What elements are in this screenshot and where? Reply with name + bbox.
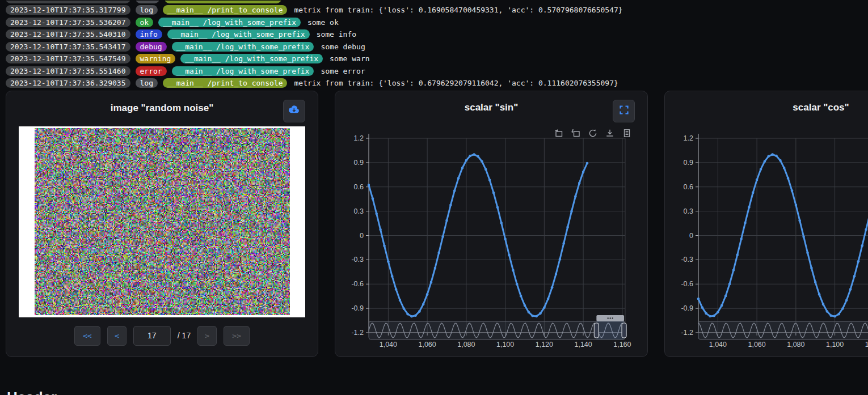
svg-text:0.9: 0.9	[684, 158, 693, 166]
svg-text:1.2: 1.2	[684, 134, 693, 142]
log-logger-badge: __main__ /log_with_some_prefix	[167, 29, 310, 39]
svg-text:1,140: 1,140	[574, 341, 592, 349]
zoom-reset-icon[interactable]	[571, 129, 580, 138]
fullscreen-button[interactable]	[613, 100, 635, 122]
log-message: some warn	[330, 54, 369, 63]
fullscreen-icon	[619, 105, 629, 117]
save-image-icon[interactable]	[605, 129, 614, 138]
log-level-badge: log	[136, 78, 158, 88]
sin-chart-title: scalar "sin"	[335, 91, 647, 124]
log-timestamp: 2023-12-10T17:37:35.317799	[6, 5, 130, 15]
first-page-button[interactable]: <<	[74, 326, 100, 346]
log-logger-badge: __main__ /log_with_some_prefix	[158, 18, 301, 27]
log-logger-badge: __main__ /log_with_some_prefix	[172, 66, 314, 76]
log-message: some debug	[321, 43, 365, 51]
noise-image	[35, 128, 290, 315]
svg-text:0.6: 0.6	[684, 182, 693, 190]
prev-page-button[interactable]: <	[107, 326, 127, 346]
image-frame	[19, 126, 305, 317]
log-timestamp: 2023-12-10T17:37:35.547549	[6, 54, 130, 63]
log-lines: 2023-12-10T17:37:35.317799log__main__ /p…	[6, 5, 868, 88]
svg-text:1,120: 1,120	[536, 341, 553, 349]
log-level-badge: debug	[136, 42, 167, 52]
log-line: 2023-12-10T17:37:35.543417debug__main__ …	[6, 42, 868, 52]
svg-text:0.9: 0.9	[354, 158, 364, 166]
log-message: metrix from train: {'loss': 0.6796292079…	[294, 79, 618, 87]
log-timestamp	[6, 1, 130, 3]
image-card-header: image "random noise"	[6, 91, 318, 126]
svg-text:1,080: 1,080	[457, 341, 475, 349]
log-level-badge: warning	[136, 54, 176, 63]
sin-line-chart[interactable]: 1.20.90.60.30-0.3-0.6-0.9-1.21,0401,0601…	[335, 123, 648, 350]
log-line: 2023-12-10T17:37:35.317799log__main__ /p…	[6, 5, 868, 15]
log-level-badge: log	[136, 5, 158, 15]
box-zoom-icon[interactable]	[554, 129, 563, 138]
svg-text:1,060: 1,060	[748, 341, 765, 349]
log-level-badge: info	[136, 29, 162, 39]
sin-card-header: scalar "sin"	[335, 91, 647, 123]
svg-text:1,040: 1,040	[709, 341, 727, 349]
log-clipped-line	[6, 1, 868, 4]
log-line: 2023-12-10T17:37:35.536207ok__main__ /lo…	[6, 18, 868, 27]
chart-toolbar	[554, 129, 631, 138]
log-line	[6, 1, 868, 3]
svg-text:1,100: 1,100	[496, 341, 514, 349]
log-message: metrix from train: {'loss': 0.1690584700…	[294, 6, 622, 14]
cos-card-header: scalar "cos"	[665, 91, 868, 123]
log-line: 2023-12-10T17:37:35.540310info__main__ /…	[6, 29, 868, 39]
svg-text:0.3: 0.3	[684, 207, 693, 215]
svg-text:-0.6: -0.6	[681, 280, 693, 288]
log-console: 2023-12-10T17:37:35.317799log__main__ /p…	[0, 0, 868, 88]
last-page-button[interactable]: >>	[224, 326, 250, 346]
svg-text:0.6: 0.6	[354, 182, 364, 190]
datazoom-handle[interactable]	[622, 323, 626, 338]
data-view-icon[interactable]	[622, 129, 631, 138]
image-card: image "random noise" << < / 17 > >>	[6, 91, 318, 357]
svg-text:-1.2: -1.2	[681, 329, 693, 337]
svg-text:-0.9: -0.9	[681, 304, 693, 312]
svg-text:1,120: 1,120	[865, 341, 868, 349]
log-message: some ok	[307, 18, 339, 27]
svg-text:1,080: 1,080	[787, 341, 804, 349]
log-level-badge: error	[136, 66, 167, 76]
log-logger-badge	[165, 1, 281, 3]
svg-text:1,040: 1,040	[380, 341, 397, 349]
log-logger-badge: __main__ /print_to_console	[163, 78, 288, 88]
log-logger-badge: __main__ /print_to_console	[163, 5, 288, 15]
log-logger-badge: __main__ /log_with_some_prefix	[180, 54, 323, 63]
svg-text:0: 0	[689, 231, 693, 239]
download-image-button[interactable]	[283, 100, 305, 122]
cos-line-chart[interactable]: 1.20.90.60.30-0.3-0.6-0.9-1.21,0401,0601…	[665, 123, 868, 350]
svg-text:-0.3: -0.3	[681, 256, 693, 264]
restore-icon[interactable]	[588, 129, 597, 138]
svg-text:1,060: 1,060	[418, 341, 436, 349]
svg-text:0.3: 0.3	[354, 207, 364, 215]
svg-text:-0.3: -0.3	[351, 256, 364, 264]
datazoom-track[interactable]	[698, 321, 868, 339]
log-level-badge: ok	[136, 18, 154, 27]
log-line: 2023-12-10T17:37:35.547549warning__main_…	[6, 54, 868, 63]
clipped-section-heading: Header	[7, 389, 57, 395]
svg-text:-0.9: -0.9	[351, 304, 364, 312]
svg-text:1.2: 1.2	[354, 134, 364, 142]
log-message: some info	[317, 30, 356, 39]
log-timestamp: 2023-12-10T17:37:35.551460	[6, 66, 130, 76]
page-total-label: / 17	[178, 331, 191, 340]
svg-text:-1.2: -1.2	[351, 329, 364, 337]
svg-text:1,100: 1,100	[826, 341, 844, 349]
svg-text:0: 0	[360, 231, 364, 239]
cos-chart-card: scalar "cos" 1.20.90.60.30-0.3-0.6-0.9-1…	[664, 91, 868, 357]
cards-row: image "random noise" << < / 17 > >>	[0, 91, 868, 357]
sin-chart-card: scalar "sin" 1.20.90.60.30-0.3-0.6-0.9-1…	[335, 91, 648, 357]
svg-text:1,160: 1,160	[613, 341, 631, 349]
next-page-button[interactable]: >	[197, 326, 217, 346]
datazoom-handle[interactable]	[594, 323, 599, 338]
log-timestamp: 2023-12-10T17:37:35.543417	[6, 42, 130, 52]
log-level-badge	[136, 1, 159, 3]
cloud-download-icon	[288, 105, 300, 117]
log-message: some error	[321, 67, 365, 75]
log-timestamp: 2023-12-10T17:37:35.536207	[6, 18, 130, 27]
page-number-input[interactable]	[133, 326, 171, 346]
log-line: 2023-12-10T17:37:36.329035log__main__ /p…	[6, 78, 868, 88]
svg-text:-0.6: -0.6	[351, 280, 364, 288]
